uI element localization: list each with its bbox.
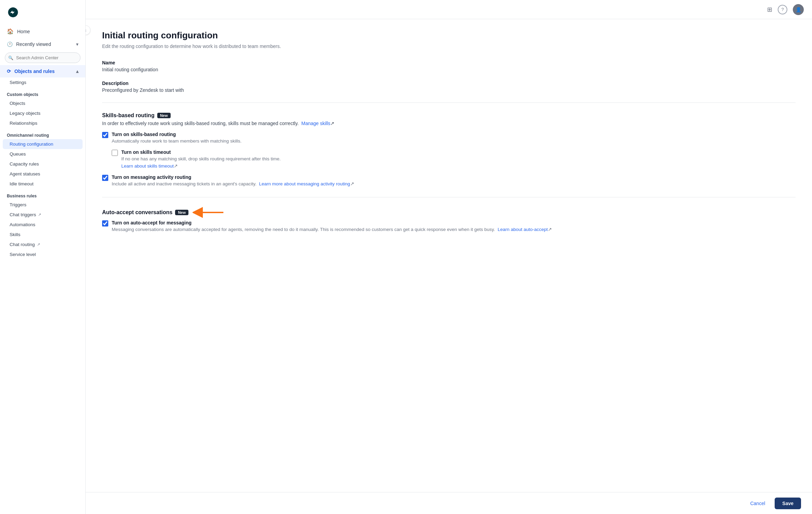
sidebar-link-queues[interactable]: Queues: [0, 149, 85, 159]
grid-icon[interactable]: ⊞: [767, 6, 772, 13]
user-avatar[interactable]: 👤: [793, 4, 804, 15]
messaging-activity-desc: Include all active and inactive messagin…: [112, 181, 354, 187]
messaging-activity-checkbox[interactable]: [102, 175, 108, 181]
automations-label: Automations: [10, 222, 35, 227]
auto-accept-section: Auto-accept conversations New: [102, 207, 796, 233]
queues-label: Queues: [10, 151, 26, 157]
divider-2: [102, 197, 796, 197]
search-input[interactable]: [5, 52, 81, 63]
relationships-label: Relationships: [10, 121, 37, 126]
settings-label: Settings: [10, 80, 26, 85]
chevron-up-icon: ▴: [76, 69, 78, 74]
objects-rules-icon: ⟳: [7, 69, 11, 74]
chat-triggers-label: Chat triggers: [10, 212, 36, 217]
sidebar-home-label: Home: [17, 29, 30, 34]
capacity-rules-label: Capacity rules: [10, 161, 39, 167]
page-title: Initial routing configuration: [102, 30, 796, 41]
messaging-activity-link[interactable]: Learn more about messaging activity rout…: [259, 181, 350, 186]
zendesk-logo-icon: [7, 6, 19, 19]
service-level-label: Service level: [10, 252, 36, 257]
skills-routing-badge: New: [157, 113, 171, 118]
sidebar-collapse-button[interactable]: ‹: [86, 25, 90, 35]
description-value: Preconfigured by Zendesk to start with: [102, 87, 796, 93]
arrow-icon: [193, 207, 227, 218]
auto-accept-checkbox-row: Turn on auto-accept for messaging Messag…: [102, 220, 796, 233]
auto-accept-link[interactable]: Learn about auto-accept: [497, 227, 548, 232]
skills-routing-heading: Skills-based routing New: [102, 112, 796, 119]
sidebar-link-routing-configuration[interactable]: Routing configuration: [3, 139, 83, 149]
sidebar-link-legacy-objects[interactable]: Legacy objects: [0, 108, 85, 118]
omnichannel-routing-section-header: Omnichannel routing: [0, 128, 85, 139]
skills-routing-checkbox-row: Turn on skills-based routing Automatical…: [102, 132, 796, 145]
description-label: Description: [102, 81, 796, 86]
skills-timeout-section: Turn on skills timeout If no one has any…: [112, 149, 796, 170]
objects-rules-label: Objects and rules: [14, 69, 54, 74]
external-link-icon-2: ↗: [37, 242, 40, 247]
skills-timeout-link[interactable]: Learn about skills timeout: [121, 163, 174, 169]
sidebar-link-automations[interactable]: Automations: [0, 220, 85, 230]
search-icon: 🔍: [8, 56, 13, 60]
idle-timeout-label: Idle timeout: [10, 181, 34, 186]
sidebar-link-skills[interactable]: Skills: [0, 230, 85, 240]
top-bar: ⊞ ? 👤: [86, 0, 812, 19]
sidebar-link-triggers[interactable]: Triggers: [0, 200, 85, 210]
sidebar-link-service-level[interactable]: Service level: [0, 249, 85, 259]
name-field-section: Name Initial routing configuration: [102, 60, 796, 72]
objects-label: Objects: [10, 101, 25, 106]
routing-configuration-label: Routing configuration: [10, 142, 53, 147]
arrow-annotation: [193, 207, 227, 218]
external-link-icon: ↗: [38, 212, 41, 217]
skills-routing-description: In order to effectively route work using…: [102, 121, 796, 126]
messaging-activity-checkbox-row: Turn on messaging activity routing Inclu…: [102, 174, 796, 187]
skills-timeout-checkbox-row: Turn on skills timeout If no one has any…: [112, 149, 796, 170]
legacy-objects-label: Legacy objects: [10, 111, 40, 116]
save-button[interactable]: Save: [775, 498, 801, 509]
sidebar-link-capacity-rules[interactable]: Capacity rules: [0, 159, 85, 169]
skills-timeout-desc: If no one has any matching skill, drop s…: [121, 156, 281, 170]
auto-accept-checkbox-desc: Messaging conversations are automaticall…: [112, 226, 552, 233]
custom-objects-section-header: Custom objects: [0, 87, 85, 98]
sidebar-link-relationships[interactable]: Relationships: [0, 118, 85, 128]
skills-timeout-label: Turn on skills timeout: [121, 149, 281, 155]
agent-statuses-label: Agent statuses: [10, 171, 40, 176]
skills-timeout-checkbox[interactable]: [112, 150, 118, 156]
auto-accept-checkbox[interactable]: [102, 220, 108, 227]
skills-routing-checkbox-label: Turn on skills-based routing: [112, 132, 242, 137]
sidebar-link-settings[interactable]: Settings: [0, 77, 85, 87]
search-box: 🔍: [5, 52, 81, 63]
messaging-activity-label: Turn on messaging activity routing: [112, 174, 354, 180]
business-rules-section-header: Business rules: [0, 189, 85, 200]
sidebar-logo: [0, 0, 85, 25]
recently-viewed-label: Recently viewed: [16, 41, 51, 47]
page-header: Initial routing configuration Edit the r…: [102, 30, 796, 49]
skills-routing-checkbox-desc: Automatically route work to team members…: [112, 138, 242, 145]
auto-accept-heading: Auto-accept conversations New: [102, 207, 796, 218]
chat-routing-label: Chat routing: [10, 242, 35, 247]
sidebar-item-recently-viewed[interactable]: 🕐 Recently viewed ▾: [0, 38, 85, 50]
sidebar-link-chat-routing[interactable]: Chat routing ↗: [0, 240, 85, 249]
skills-label: Skills: [10, 232, 21, 237]
name-label: Name: [102, 60, 796, 65]
page-subtitle: Edit the routing configuration to determ…: [102, 44, 796, 49]
sidebar-link-chat-triggers[interactable]: Chat triggers ↗: [0, 210, 85, 220]
sidebar-section-objects-rules[interactable]: ⟳ Objects and rules ▴: [0, 65, 85, 77]
manage-skills-link[interactable]: Manage skills: [302, 121, 331, 126]
help-icon[interactable]: ?: [778, 5, 787, 14]
home-icon: 🏠: [7, 28, 14, 35]
chevron-down-icon: ▾: [76, 41, 78, 47]
user-icon: 👤: [796, 7, 801, 12]
footer-bar: Cancel Save: [86, 492, 812, 514]
cancel-button[interactable]: Cancel: [745, 498, 771, 509]
skills-routing-checkbox[interactable]: [102, 132, 108, 138]
name-value: Initial routing configuration: [102, 67, 796, 72]
auto-accept-badge: New: [175, 210, 188, 215]
main-content: ⊞ ? 👤 ‹ Initial routing configuration Ed…: [86, 0, 812, 514]
sidebar-item-home[interactable]: 🏠 Home: [0, 25, 85, 38]
sidebar-link-agent-statuses[interactable]: Agent statuses: [0, 169, 85, 179]
sidebar: 🏠 Home 🕐 Recently viewed ▾ 🔍 ⟳ Objects a…: [0, 0, 86, 514]
sidebar-link-idle-timeout[interactable]: Idle timeout: [0, 179, 85, 189]
divider-1: [102, 102, 796, 103]
skills-routing-section: Skills-based routing New In order to eff…: [102, 112, 796, 187]
triggers-label: Triggers: [10, 202, 26, 207]
sidebar-link-objects[interactable]: Objects: [0, 98, 85, 108]
